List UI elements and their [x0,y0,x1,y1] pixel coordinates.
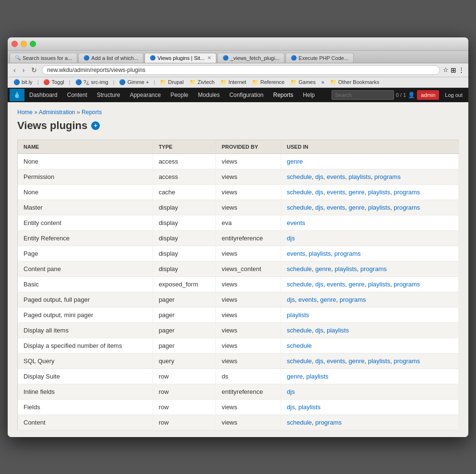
used-in-link[interactable]: playlists [335,265,357,273]
extensions-icon[interactable]: ⊞ [451,66,456,74]
used-in-link[interactable]: programs [393,281,420,288]
used-in-link[interactable]: genre [287,373,303,380]
nav-people[interactable]: People [166,88,193,102]
used-in-link[interactable]: djs [315,173,323,180]
used-in-link[interactable]: genre [348,281,364,288]
used-in-link[interactable]: genre [315,265,331,273]
used-in-link[interactable]: schedule [287,173,312,180]
used-in-link[interactable]: playlists [368,281,390,288]
used-in-link[interactable]: schedule [287,265,312,273]
used-in-link[interactable]: programs [393,204,420,211]
refresh-button[interactable]: ↻ [29,65,39,75]
used-in-link[interactable]: schedule [287,204,312,211]
used-in-link[interactable]: playlists [368,189,390,196]
bookmark-other[interactable]: 📁 Other Bookmarks [328,78,381,86]
bookmark-zivtech[interactable]: 📁 Zivtech [188,78,216,86]
bookmark-star-icon[interactable]: ☆ [443,66,449,73]
maximize-button[interactable] [30,41,36,47]
nav-admin-user[interactable]: admin [417,90,439,100]
used-in-link[interactable]: events [327,281,345,288]
used-in-link[interactable]: genre [348,189,364,196]
used-in-link[interactable]: schedule [287,281,312,288]
used-in-link[interactable]: events [327,204,345,211]
used-in-link[interactable]: playlists [298,403,321,411]
close-button[interactable] [12,41,18,47]
used-in-link[interactable]: schedule [287,342,312,349]
used-in-link[interactable]: programs [360,265,387,273]
bookmark-games[interactable]: 📁 Games [288,78,317,86]
used-in-link[interactable]: programs [334,250,361,257]
used-in-link[interactable]: djs [315,327,323,334]
drupal-logo[interactable]: 💧 [10,89,24,101]
nav-modules[interactable]: Modules [193,88,225,102]
tab-execute[interactable]: 🔵 Execute PHP Code... [286,53,354,63]
used-in-link[interactable]: djs [287,388,295,395]
bookmark-bitly[interactable]: 🔵 bit.ly [12,78,35,86]
used-in-link[interactable]: programs [374,173,401,180]
used-in-link[interactable]: djs [315,189,323,196]
used-in-link[interactable]: events [327,173,345,180]
used-in-link[interactable]: events [327,189,345,196]
used-in-link[interactable]: events [327,357,345,365]
tab-fetch[interactable]: 🔵 _views_fetch_plugi... [217,53,285,63]
bookmark-reference[interactable]: 📁 Reference [250,78,286,86]
forward-button[interactable]: › [21,65,27,75]
used-in-link[interactable]: djs [287,403,295,411]
used-in-link[interactable]: djs [315,204,323,211]
used-in-link[interactable]: events [298,296,317,303]
used-in-link[interactable]: djs [287,296,295,303]
nav-logout-button[interactable]: Log out [441,90,466,100]
used-in-link[interactable]: schedule [287,357,312,365]
used-in-link[interactable]: djs [287,235,295,242]
nav-help[interactable]: Help [298,88,320,102]
used-in-link[interactable]: genre [320,296,336,303]
used-in-link[interactable]: playlists [287,311,309,319]
used-in-link[interactable]: playlists [368,357,390,365]
bookmark-drupal[interactable]: 📁 Drupal [158,78,185,86]
used-in-link[interactable]: programs [393,357,420,365]
used-in-link[interactable]: genre [348,204,364,211]
used-in-link[interactable]: playlists [348,173,370,180]
nav-structure[interactable]: Structure [92,88,125,102]
minimize-button[interactable] [21,41,27,47]
used-in-link[interactable]: schedule [287,327,312,334]
url-bar[interactable]: new.wkdu/admin/reports/views-plugins [42,65,440,75]
used-in-link[interactable]: playlists [327,327,349,334]
breadcrumb-admin[interactable]: Administration [39,109,75,116]
used-in-link[interactable]: schedule [287,419,312,426]
breadcrumb-reports[interactable]: Reports [82,109,102,116]
menu-icon[interactable]: ⋮ [458,66,464,73]
tab-close-icon[interactable]: ✕ [207,55,211,60]
used-in-link[interactable]: programs [315,419,342,426]
nav-search-input[interactable] [332,90,394,100]
bookmark-more[interactable]: » [320,78,326,86]
tab-add-list[interactable]: 🔵 Add a list of which... [78,53,143,63]
bookmark-gimme[interactable]: 🔵 Gimme + [117,78,151,86]
nav-dashboard[interactable]: Dashboard [24,88,62,102]
cell-name: Page [18,246,153,261]
tab-search-issues[interactable]: 🔍 Search issues for a... [10,53,77,63]
nav-configuration[interactable]: Configuration [225,88,268,102]
used-in-link[interactable]: playlists [309,250,331,257]
used-in-link[interactable]: genre [348,357,364,365]
nav-content[interactable]: Content [62,88,92,102]
used-in-link[interactable]: playlists [368,204,390,211]
tab-views-plugins[interactable]: 🔵 Views plugins | Sit... ✕ [144,53,216,63]
used-in-link[interactable]: genre [287,158,303,165]
nav-appearance[interactable]: Appearance [125,88,166,102]
bookmark-internet[interactable]: 📁 Internet [218,78,248,86]
used-in-link[interactable]: djs [315,281,323,288]
used-in-link[interactable]: schedule [287,189,312,196]
add-plugin-button[interactable]: + [91,121,100,130]
used-in-link[interactable]: programs [393,189,420,196]
used-in-link[interactable]: events [287,250,305,257]
back-button[interactable]: ‹ [12,65,18,75]
breadcrumb-home[interactable]: Home [17,109,33,116]
used-in-link[interactable]: playlists [306,373,328,380]
used-in-link[interactable]: djs [315,357,323,365]
used-in-link[interactable]: programs [340,296,366,303]
bookmark-srcimg[interactable]: 🔵 ?¿ src-img [73,78,110,86]
bookmark-toggl[interactable]: 🔴 Toggl [41,78,66,86]
used-in-link[interactable]: events [287,219,305,226]
nav-reports[interactable]: Reports [268,88,298,102]
